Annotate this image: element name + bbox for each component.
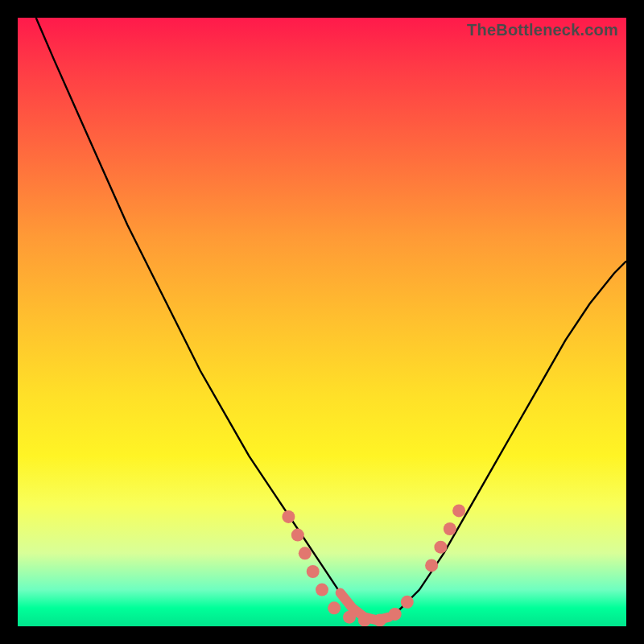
plot-area: TheBottleneck.com [18, 18, 626, 626]
chart-frame: TheBottleneck.com [0, 0, 644, 644]
curve-marker [307, 565, 320, 578]
curve-marker [282, 510, 295, 523]
curve-flat-highlight [341, 592, 390, 620]
curve-marker [389, 608, 402, 621]
curve-markers [282, 504, 465, 626]
curve-marker [434, 541, 447, 554]
curve-marker [328, 601, 341, 614]
bottleneck-curve-path [36, 18, 626, 620]
curve-marker [358, 613, 371, 626]
curve-marker [452, 504, 465, 517]
curve-marker [291, 529, 304, 542]
curve-marker [343, 611, 356, 624]
curve-marker [299, 547, 312, 559]
curve-marker [374, 613, 386, 626]
curve-marker [444, 522, 456, 535]
attribution-text: TheBottleneck.com [467, 21, 618, 39]
bottleneck-curve-svg [18, 18, 626, 626]
curve-marker [401, 596, 414, 609]
curve-marker [425, 559, 438, 572]
curve-marker [316, 584, 328, 597]
